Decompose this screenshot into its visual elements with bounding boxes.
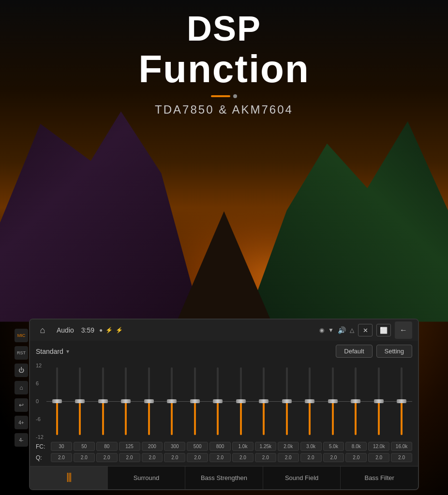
eq-track-6[interactable] xyxy=(194,367,196,435)
deco-dot xyxy=(233,94,237,98)
fc-cell-10: 2.0k xyxy=(278,442,299,451)
eq-handle-12[interactable] xyxy=(328,399,338,403)
setting-button[interactable]: Setting xyxy=(376,345,412,358)
scale-neg6: -6 xyxy=(36,416,44,422)
location-icon: ◉ xyxy=(319,327,324,334)
vol-down-button[interactable]: 4- xyxy=(15,433,28,447)
eq-handle-13[interactable] xyxy=(351,399,360,403)
fc-cell-15: 16.0k xyxy=(391,442,412,451)
home-side-button[interactable]: ⌂ xyxy=(15,381,28,394)
eq-track-2[interactable] xyxy=(102,367,104,435)
eq-handle-11[interactable] xyxy=(305,399,314,403)
scale-0: 0 xyxy=(36,398,44,404)
eq-track-12[interactable] xyxy=(332,367,334,435)
usb-icon: ⚡ xyxy=(105,327,113,334)
eq-handle-5[interactable] xyxy=(167,399,177,403)
eq-track-11[interactable] xyxy=(309,367,311,435)
status-time: 3:59 xyxy=(81,326,94,334)
tab-eq[interactable]: ||| xyxy=(30,466,108,489)
eq-track-5[interactable] xyxy=(171,367,173,435)
eq-track-15[interactable] xyxy=(401,367,403,435)
eq-section: Standard ▾ Default Setting 12 6 0 -6 -12 xyxy=(30,341,418,466)
eq-container: 12 6 0 -6 -12 xyxy=(36,363,412,440)
vol-up-button[interactable]: 4+ xyxy=(15,416,28,429)
scale-12: 12 xyxy=(36,363,44,368)
eq-handle-1[interactable] xyxy=(75,399,85,403)
close-btn[interactable]: ✕ xyxy=(358,324,373,336)
q-cell-1: 2.0 xyxy=(74,453,95,462)
q-cell-0: 2.0 xyxy=(51,453,72,462)
bottom-tabs: ||| Surround Bass Strengthen Sound Field… xyxy=(30,466,418,489)
fc-cell-7: 800 xyxy=(209,442,231,451)
eq-track-7[interactable] xyxy=(217,367,219,435)
eq-track-1[interactable] xyxy=(79,367,81,435)
eq-track-8[interactable] xyxy=(240,367,242,435)
eq-handle-2[interactable] xyxy=(98,399,108,403)
fc-row: FC: 3050801252003005008001.0k1.25k2.0k3.… xyxy=(36,442,412,451)
default-button[interactable]: Default xyxy=(336,345,372,358)
preset-arrow: ▾ xyxy=(66,348,69,355)
eq-handle-10[interactable] xyxy=(282,399,292,403)
eq-handle-15[interactable] xyxy=(397,399,406,403)
eq-handle-14[interactable] xyxy=(374,399,384,403)
fc-cell-14: 12.0k xyxy=(368,442,389,451)
eq-handle-3[interactable] xyxy=(121,399,131,403)
q-cell-2: 2.0 xyxy=(96,453,118,462)
eq-track-0[interactable] xyxy=(56,367,58,435)
eq-tab-icon: ||| xyxy=(66,471,71,482)
q-cell-3: 2.0 xyxy=(119,453,140,462)
eq-track-9[interactable] xyxy=(263,367,265,435)
fc-cell-5: 300 xyxy=(164,442,185,451)
fc-cell-3: 125 xyxy=(119,442,140,451)
audio-label: Audio xyxy=(57,326,74,334)
fc-cell-13: 8.0k xyxy=(345,442,367,451)
fc-cell-2: 80 xyxy=(96,442,118,451)
tab-sound-field[interactable]: Sound Field xyxy=(263,466,341,489)
q-cell-15: 2.0 xyxy=(391,453,412,462)
eq-track-4[interactable] xyxy=(148,367,150,435)
rst-button[interactable]: RST xyxy=(15,346,28,360)
status-icons: ● ⚡ ⚡ xyxy=(99,327,123,334)
fc-cell-6: 500 xyxy=(187,442,208,451)
power-button[interactable]: ⏻ xyxy=(15,364,28,377)
back-button[interactable]: ← xyxy=(395,321,412,339)
q-cell-8: 2.0 xyxy=(232,453,254,462)
eq-preset-dropdown[interactable]: Standard ▾ xyxy=(36,348,69,355)
volume-icon[interactable]: 🔊 xyxy=(338,326,346,334)
q-label: Q: xyxy=(36,454,49,461)
eq-handle-8[interactable] xyxy=(236,399,246,403)
nav-icon: ● xyxy=(99,327,103,334)
eq-top-bar: Standard ▾ Default Setting xyxy=(36,345,412,358)
eq-track-10[interactable] xyxy=(286,367,288,435)
tab-sound-field-label: Sound Field xyxy=(285,474,318,481)
eq-handle-4[interactable] xyxy=(144,399,154,403)
eq-track-14[interactable] xyxy=(378,367,380,435)
eq-track-3[interactable] xyxy=(125,367,127,435)
q-cell-12: 2.0 xyxy=(323,453,344,462)
tab-bass-strengthen-label: Bass Strengthen xyxy=(201,474,247,481)
fc-cell-1: 50 xyxy=(74,442,95,451)
q-cell-6: 2.0 xyxy=(187,453,208,462)
q-cell-11: 2.0 xyxy=(300,453,322,462)
tab-surround[interactable]: Surround xyxy=(108,466,186,489)
eq-handle-0[interactable] xyxy=(52,399,62,403)
title-decoration xyxy=(0,94,448,98)
triangle-icon: △ xyxy=(350,327,354,334)
eq-handle-6[interactable] xyxy=(190,399,200,403)
window-btn[interactable]: ⬜ xyxy=(376,324,391,336)
home-button[interactable]: ⌂ xyxy=(36,323,49,337)
eq-track-13[interactable] xyxy=(355,367,357,435)
q-row: Q: 2.02.02.02.02.02.02.02.02.02.02.02.02… xyxy=(36,453,412,462)
eq-scale: 12 6 0 -6 -12 xyxy=(36,363,46,440)
eq-handle-7[interactable] xyxy=(213,399,223,403)
tab-bass-filter-label: Bass Filter xyxy=(364,474,394,481)
usb2-icon: ⚡ xyxy=(116,327,123,334)
tab-bass-filter[interactable]: Bass Filter xyxy=(341,466,418,489)
mic-button[interactable]: MIC xyxy=(15,329,28,342)
scale-neg12: -12 xyxy=(36,434,44,440)
fc-cell-12: 5.0k xyxy=(323,442,344,451)
fc-label: FC: xyxy=(36,443,49,450)
eq-handle-9[interactable] xyxy=(259,399,269,403)
tab-bass-strengthen[interactable]: Bass Strengthen xyxy=(185,466,263,489)
back-side-button[interactable]: ↩ xyxy=(15,398,28,412)
